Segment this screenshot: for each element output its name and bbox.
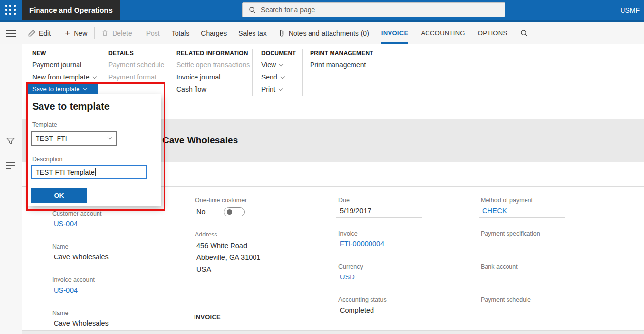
hamburger-menu-button[interactable]: [6, 30, 16, 37]
payment-journal-item[interactable]: Payment journal: [28, 61, 96, 69]
sales-tax-button[interactable]: Sales tax: [238, 29, 267, 37]
field-column-2: One-time customer No Address 456 White R…: [193, 196, 310, 321]
invoice-name-field: Name Cave Wholesales: [50, 309, 167, 331]
description-input-value: TEST FTI Template: [36, 168, 95, 176]
toolbar-separator: [94, 27, 95, 39]
page-search-input[interactable]: Search for a page: [242, 2, 505, 17]
ribbon-group-title: RELATED INFORMATION: [172, 50, 250, 56]
method-of-payment-label: Method of payment: [479, 196, 565, 205]
ribbon-separator: [167, 49, 167, 96]
task-list-icon[interactable]: [6, 162, 15, 171]
accounting-status-label: Accounting status: [336, 296, 422, 304]
invoice-number-label: Invoice: [336, 230, 422, 238]
ribbon-group-title: PRINT MANAGEMENT: [306, 50, 373, 56]
description-label: Description: [32, 156, 63, 163]
invoice-number-value[interactable]: FTI-00000004: [336, 238, 422, 251]
toolbar-search-button[interactable]: [520, 29, 528, 37]
save-to-template-button[interactable]: Save to template: [28, 84, 98, 94]
ribbon-group-document: DOCUMENT View Send Print: [257, 50, 296, 98]
currency-value[interactable]: USD: [336, 271, 390, 284]
payment-schedule-field: Payment schedule: [479, 296, 565, 317]
payment-schedule-label: Payment schedule: [479, 296, 565, 304]
new-from-template-item[interactable]: New from template: [28, 74, 96, 81]
currency-label: Currency: [336, 263, 422, 271]
search-placeholder: Search for a page: [261, 6, 315, 14]
paperclip-icon: [278, 29, 285, 37]
address-line-2: Abbeville, GA 31001: [196, 252, 310, 263]
save-to-template-dialog: Save to template Template TEST_FTI Descr…: [28, 94, 161, 206]
description-input[interactable]: TEST FTI Template: [31, 165, 147, 179]
ok-button[interactable]: OK: [31, 188, 87, 203]
app-name[interactable]: Finance and Operations: [22, 0, 120, 20]
due-field: Due 5/19/2017: [336, 196, 422, 218]
trash-icon: [101, 29, 109, 37]
charges-button[interactable]: Charges: [201, 29, 227, 37]
due-value[interactable]: 5/19/2017: [336, 205, 422, 218]
payment-specification-label: Payment specification: [479, 230, 565, 238]
ribbon-group-new: NEW Payment journal New from template: [28, 50, 96, 86]
tab-invoice[interactable]: INVOICE: [381, 22, 409, 44]
chevron-down-icon: [83, 86, 87, 90]
settle-open-transactions-item: Settle open transactions: [172, 61, 250, 69]
print-management-item[interactable]: Print management: [306, 61, 373, 69]
invoice-account-value[interactable]: US-004: [50, 284, 126, 297]
address-label: Address: [193, 231, 310, 239]
notes-attachments-button[interactable]: Notes and attachments (0): [278, 29, 369, 37]
payment-specification-field: Payment specification: [479, 230, 565, 251]
pencil-icon: [28, 29, 36, 37]
template-dropdown[interactable]: TEST_FTI: [31, 131, 117, 146]
toolbar-separator: [58, 27, 58, 39]
new-button[interactable]: + New: [65, 29, 87, 37]
invoice-account-label: Invoice account: [50, 276, 167, 284]
customer-name-label: Name: [50, 243, 167, 251]
page-title: Cave Wholesales: [162, 135, 238, 146]
chevron-down-icon: [280, 74, 284, 78]
invoice-account-field: Invoice account US-004: [50, 276, 167, 297]
field-column-3: Due 5/19/2017 Invoice FTI-00000004 Curre…: [336, 196, 422, 329]
customer-name-field: Name Cave Wholesales: [50, 243, 167, 264]
one-time-customer-value: No: [196, 208, 206, 216]
company-badge[interactable]: USMF: [620, 0, 640, 20]
dialog-title: Save to template: [32, 101, 110, 112]
left-navigation-rail: [0, 44, 22, 334]
view-item[interactable]: View: [257, 61, 296, 69]
invoice-number-field: Invoice FTI-00000004: [336, 230, 422, 251]
invoice-name-value[interactable]: Cave Wholesales: [50, 317, 166, 331]
payment-schedule-value[interactable]: [479, 304, 565, 317]
customer-name-value[interactable]: Cave Wholesales: [50, 251, 166, 264]
search-icon: [520, 29, 528, 37]
send-item[interactable]: Send: [257, 74, 296, 81]
tab-accounting[interactable]: ACCOUNTING: [421, 22, 465, 44]
address-value[interactable]: 456 White Road Abbeville, GA 31001 USA: [193, 239, 310, 275]
accounting-status-value[interactable]: Completed: [336, 304, 422, 317]
due-label: Due: [336, 196, 422, 205]
filter-icon[interactable]: [6, 137, 15, 148]
tab-options[interactable]: OPTIONS: [478, 22, 507, 44]
bank-account-label: Bank account: [479, 263, 565, 271]
top-navigation-bar: Finance and Operations Search for a page…: [0, 0, 644, 22]
edit-button[interactable]: Edit: [28, 29, 51, 37]
bank-account-field: Bank account: [479, 263, 565, 284]
bank-account-value[interactable]: [479, 271, 565, 284]
one-time-customer-toggle[interactable]: [224, 207, 245, 216]
customer-account-label: Customer account: [50, 210, 167, 218]
horizontal-scrollbar-track[interactable]: [22, 330, 644, 334]
customer-account-value[interactable]: US-004: [50, 218, 137, 231]
print-item[interactable]: Print: [257, 86, 296, 93]
template-label: Template: [32, 121, 57, 128]
ribbon-group-title: NEW: [28, 50, 96, 56]
app-launcher-waffle-icon[interactable]: [5, 5, 16, 16]
payment-specification-value[interactable]: [479, 238, 565, 251]
invoice-journal-item[interactable]: Invoice journal: [172, 74, 250, 81]
invoice-section-title: INVOICE: [193, 314, 310, 321]
method-of-payment-value[interactable]: CHECK: [479, 205, 565, 218]
cash-flow-item[interactable]: Cash flow: [172, 86, 250, 93]
address-underline: [193, 291, 310, 291]
chevron-down-icon: [108, 136, 112, 139]
plus-icon: +: [65, 30, 70, 37]
currency-field: Currency USD: [336, 263, 422, 284]
totals-button[interactable]: Totals: [172, 29, 190, 37]
chevron-down-icon: [279, 62, 283, 66]
search-icon: [249, 6, 256, 14]
payment-format-item: Payment format: [104, 74, 164, 81]
